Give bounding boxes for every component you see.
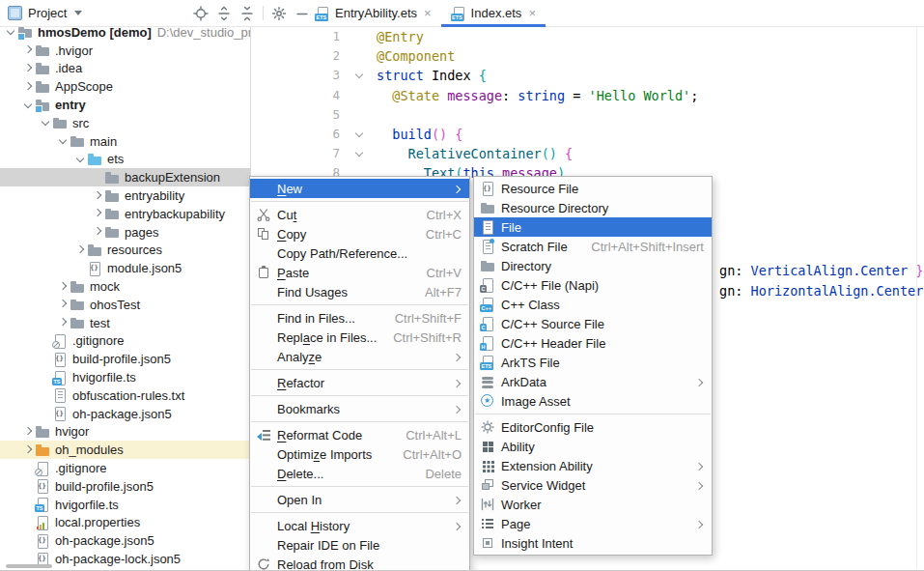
collapse-all-icon[interactable]: [239, 6, 255, 21]
menu-item-c-class[interactable]: C++C++ Class: [474, 295, 712, 314]
menu-item-delete[interactable]: Delete...Delete: [250, 464, 469, 483]
menu-item-c-c-header-file[interactable]: HC/C++ Header File: [474, 333, 712, 353]
tree-item-label: build-profile.json5: [55, 479, 154, 494]
menu-item-repair-ide-on-file[interactable]: Repair IDE on File: [250, 535, 469, 555]
chevron-right-icon[interactable]: [56, 316, 70, 329]
tree-item-idea[interactable]: .idea: [0, 60, 250, 78]
menu-item-reload-from-disk[interactable]: Reload from Disk: [250, 555, 469, 571]
menu-item-editorconfig-file[interactable]: EditorConfig File: [474, 417, 712, 437]
fold-marker-icon[interactable]: [353, 148, 365, 159]
tree-item-test[interactable]: test: [0, 314, 250, 332]
menu-item-resource-directory[interactable]: Resource Directory: [474, 198, 712, 217]
tree-item-hvigorfile-ts[interactable]: TShvigorfile.ts: [0, 496, 250, 514]
menu-item-open-in[interactable]: Open In: [250, 490, 469, 509]
menu-item-arkts-file[interactable]: ETSArkTS File: [474, 353, 712, 372]
tree-item-appscope[interactable]: AppScope: [0, 77, 250, 96]
menu-item-analyze[interactable]: Analyze: [250, 347, 469, 366]
menu-item-copy[interactable]: CopyCtrl+C: [250, 224, 469, 243]
chevron-down-icon[interactable]: [21, 99, 35, 112]
menu-item-image-asset[interactable]: ★Image Asset: [474, 391, 712, 411]
tree-item-local-properties[interactable]: local.properties: [0, 514, 250, 532]
chevron-down-icon[interactable]: [56, 134, 70, 148]
tree-item-oh-modules[interactable]: oh_modules: [0, 441, 250, 459]
menu-item-scratch-file[interactable]: Scratch FileCtrl+Alt+Shift+Insert: [474, 237, 712, 256]
tree-item-gitignore[interactable]: .gitignore: [0, 459, 250, 477]
horizontal-scrollbar-thumb[interactable]: [6, 564, 52, 568]
tree-item-entryability[interactable]: entryability: [0, 186, 250, 205]
tree-item-src[interactable]: src: [0, 114, 250, 132]
chevron-right-icon[interactable]: [21, 43, 35, 57]
menu-item-directory[interactable]: Directory: [474, 256, 712, 275]
menu-item-local-history[interactable]: Local History: [250, 516, 469, 535]
close-icon[interactable]: ×: [424, 7, 432, 19]
tree-item-entrybackupability[interactable]: entrybackupability: [0, 205, 250, 223]
code-editor[interactable]: @Entry@Componentstruct Index { @State me…: [377, 27, 698, 184]
tree-item-build-profile-json5[interactable]: {}build-profile.json5: [0, 477, 250, 496]
locate-icon[interactable]: [193, 6, 209, 21]
fold-marker-icon[interactable]: [353, 128, 365, 140]
menu-item-refactor[interactable]: Refactor: [250, 373, 469, 392]
menu-item-reformat-code[interactable]: Reformat CodeCtrl+Alt+L: [250, 425, 469, 444]
expand-all-icon[interactable]: [216, 6, 232, 21]
menu-item-c-c-source-file[interactable]: CC/C++ Source File: [474, 314, 712, 333]
tree-item-resources[interactable]: resources: [0, 242, 250, 260]
menu-item-worker[interactable]: Worker: [474, 495, 712, 514]
chevron-right-icon[interactable]: [56, 280, 70, 294]
project-panel-header[interactable]: Project: [8, 0, 82, 26]
chevron-down-icon[interactable]: [4, 27, 17, 39]
menu-item-ability[interactable]: Ability: [474, 437, 712, 456]
menu-item-replace-in-files[interactable]: Replace in Files...Ctrl+Shift+R: [250, 328, 469, 347]
menu-item-paste[interactable]: PasteCtrl+V: [250, 263, 469, 282]
menu-item-find-usages[interactable]: Find UsagesAlt+F7: [250, 282, 469, 301]
tree-item-hmosdemo-demo[interactable]: hmosDemo [demo]D:\dev_studio_project\hmo…: [0, 27, 250, 42]
menu-item-insight-intent[interactable]: Insight Intent: [474, 533, 712, 553]
tree-item-module-json5[interactable]: {}module.json5: [0, 259, 250, 277]
tree-item-ets[interactable]: ets: [0, 151, 250, 169]
chevron-right-icon[interactable]: [21, 62, 35, 75]
menu-item-cut[interactable]: CutCtrl+X: [250, 205, 469, 224]
tree-item-build-profile-json5[interactable]: {}build-profile.json5: [0, 350, 250, 368]
editor-scrollbar[interactable]: [916, 27, 917, 569]
chevron-right-icon[interactable]: [21, 443, 35, 457]
menu-item-bookmarks[interactable]: Bookmarks: [250, 399, 469, 418]
tree-item-pages[interactable]: pages: [0, 223, 250, 242]
chevron-right-icon[interactable]: [21, 80, 35, 94]
menu-item-page[interactable]: Page: [474, 514, 712, 533]
tree-item-oh-package-json5[interactable]: {}oh-package.json5: [0, 405, 250, 423]
menu-item-new[interactable]: New: [250, 179, 469, 198]
chevron-right-icon[interactable]: [73, 243, 87, 257]
menu-item-file[interactable]: File: [474, 217, 712, 237]
menu-item-service-widget[interactable]: Service Widget: [474, 475, 712, 495]
chevron-down-icon[interactable]: [73, 153, 87, 166]
chevron-right-icon[interactable]: [91, 207, 104, 220]
chevron-right-icon[interactable]: [91, 225, 104, 239]
tree-item-mock[interactable]: mock: [0, 277, 250, 296]
menu-item-c-c-file-napi[interactable]: CC/C++ File (Napi): [474, 275, 712, 295]
tab-index-ets[interactable]: ETSIndex.ets×: [441, 0, 546, 26]
tree-item-hvigor[interactable]: .hvigor: [0, 42, 250, 60]
menu-item-extension-ability[interactable]: Extension Ability: [474, 456, 712, 475]
tree-item-backupextension[interactable]: backupExtension: [0, 168, 250, 186]
chevron-down-icon[interactable]: [39, 116, 52, 129]
tree-item-ohostest[interactable]: ohosTest: [0, 296, 250, 314]
gear-icon[interactable]: [271, 6, 287, 21]
tree-item-gitignore[interactable]: .gitignore: [0, 332, 250, 351]
chevron-right-icon[interactable]: [21, 425, 35, 439]
tab-entryability-ets[interactable]: ETSEntryAbility.ets×: [305, 0, 441, 26]
chevron-right-icon[interactable]: [56, 298, 70, 311]
menu-item-arkdata[interactable]: ArkData: [474, 372, 712, 391]
tree-item-hvigor[interactable]: hvigor: [0, 423, 250, 442]
chevron-down-icon[interactable]: [74, 11, 82, 15]
close-icon[interactable]: ×: [528, 7, 536, 19]
menu-item-copy-path-reference[interactable]: Copy Path/Reference...: [250, 243, 469, 263]
tree-item-hvigorfile-ts[interactable]: TShvigorfile.ts: [0, 368, 250, 386]
tree-item-oh-package-json5[interactable]: {}oh-package.json5: [0, 531, 250, 550]
menu-item-find-in-files[interactable]: Find in Files...Ctrl+Shift+F: [250, 308, 469, 328]
tree-item-obfuscation-rules-txt[interactable]: obfuscation-rules.txt: [0, 386, 250, 405]
tree-item-entry[interactable]: entry: [0, 96, 250, 114]
chevron-right-icon[interactable]: [91, 189, 104, 203]
tree-item-main[interactable]: main: [0, 132, 250, 151]
fold-marker-icon[interactable]: [353, 70, 365, 81]
menu-item-optimize-imports[interactable]: Optimize ImportsCtrl+Alt+O: [250, 444, 469, 464]
menu-item-resource-file[interactable]: {}Resource File: [474, 179, 712, 198]
